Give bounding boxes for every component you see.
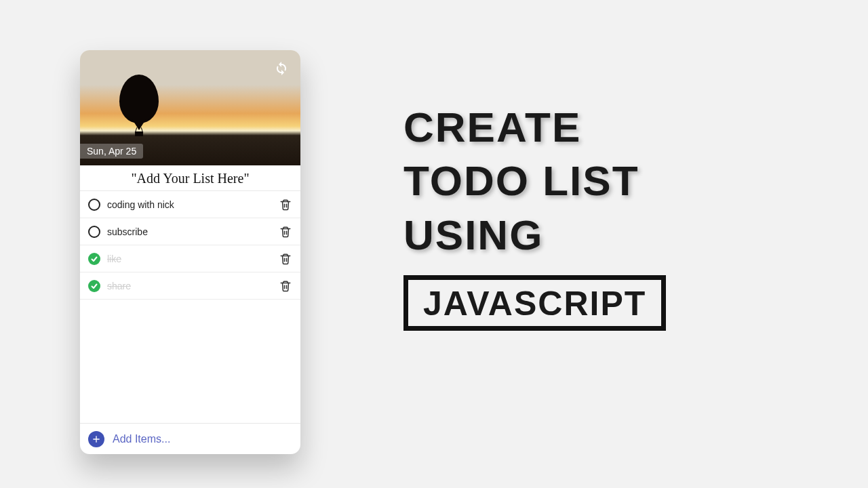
checkbox-checked-icon[interactable] — [88, 280, 100, 292]
delete-item-button[interactable] — [279, 252, 292, 266]
add-item-row — [80, 423, 300, 454]
delete-item-button[interactable] — [279, 198, 292, 211]
trash-icon — [279, 199, 292, 211]
todo-app-card: Sun, Apr 25 "Add Your List Here" coding … — [80, 50, 300, 454]
add-item-button[interactable] — [88, 431, 104, 447]
checkbox-unchecked-icon[interactable] — [88, 226, 100, 238]
checkbox-checked-icon[interactable] — [88, 253, 100, 265]
todo-item-label: subscribe — [107, 226, 272, 237]
checkbox-unchecked-icon[interactable] — [88, 199, 100, 211]
plus-icon — [91, 434, 102, 445]
hot-air-balloon-silhouette — [119, 75, 159, 140]
delete-item-button[interactable] — [279, 225, 292, 239]
todo-items-container: coding with nicksubscribelikeshare — [80, 191, 300, 423]
refresh-icon — [273, 60, 290, 76]
todo-item-label: like — [107, 253, 272, 264]
title-line-2: TODO LIST — [403, 154, 666, 207]
todo-item-label: coding with nick — [107, 199, 272, 210]
delete-item-button[interactable] — [279, 279, 292, 293]
list-heading: "Add Your List Here" — [80, 165, 300, 191]
date-badge: Sun, Apr 25 — [80, 144, 143, 159]
refresh-button[interactable] — [272, 58, 291, 77]
todo-item[interactable]: coding with nick — [80, 191, 300, 218]
title-line-3: USING — [403, 208, 666, 262]
add-item-input[interactable] — [113, 433, 292, 445]
title-line-1: CREATE — [403, 100, 666, 154]
page-title: CREATE TODO LIST USING JAVASCRIPT — [403, 100, 666, 331]
todo-item[interactable]: share — [80, 272, 300, 300]
hero-image: Sun, Apr 25 — [80, 50, 300, 165]
todo-item-label: share — [107, 281, 272, 291]
todo-item[interactable]: subscribe — [80, 218, 300, 245]
title-boxed: JAVASCRIPT — [403, 275, 666, 331]
trash-icon — [279, 226, 292, 238]
trash-icon — [279, 280, 292, 292]
trash-icon — [279, 253, 292, 265]
todo-item[interactable]: like — [80, 245, 300, 272]
